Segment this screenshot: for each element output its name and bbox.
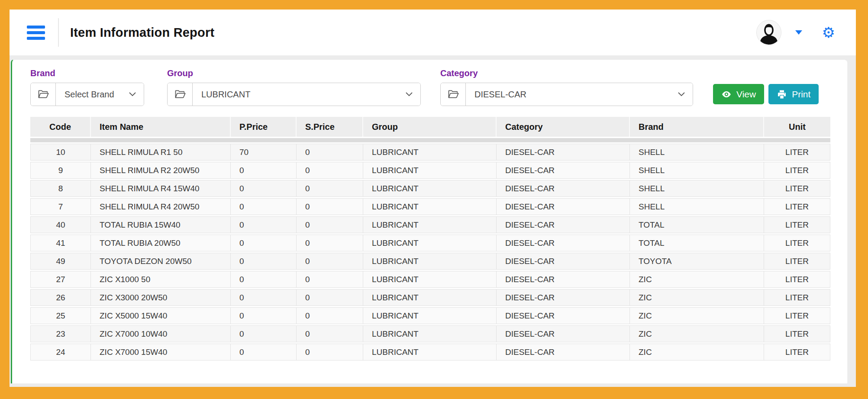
table-cell: ZIC X3000 20W50 [91, 289, 231, 306]
hamburger-menu-icon[interactable] [27, 26, 45, 40]
table-cell: 24 [30, 344, 91, 360]
table-cell: 23 [30, 325, 91, 342]
column-header: Item Name [91, 117, 231, 137]
table-row: 23ZIC X7000 10W4000LUBRICANTDIESEL-CARZI… [30, 325, 830, 342]
action-buttons: View Print [713, 84, 819, 104]
table-cell: 27 [30, 271, 91, 288]
table-cell: LUBRICANT [363, 180, 497, 197]
table-cell: 0 [231, 325, 297, 342]
table-cell: LITER [764, 198, 830, 215]
table-cell: ZIC X7000 15W40 [91, 344, 231, 360]
print-button-label: Print [792, 89, 810, 100]
group-select-value: LUBRICANT [201, 90, 250, 100]
table-cell: 49 [30, 253, 91, 270]
table-cell: 0 [231, 289, 297, 306]
table-cell: LUBRICANT [363, 162, 497, 179]
table-cell: DIESEL-CAR [497, 216, 630, 233]
category-label: Category [440, 68, 693, 78]
table-cell: 0 [297, 271, 363, 288]
table-cell: ZIC X1000 50 [91, 271, 231, 288]
page-background: Item Information Report ⚙ Brand [10, 10, 856, 387]
table-cell: DIESEL-CAR [497, 271, 630, 288]
table-cell: ZIC [630, 289, 764, 306]
table-cell: TOYOTA DEZON 20W50 [91, 253, 231, 270]
printer-icon [777, 89, 787, 100]
category-select-value: DIESEL-CAR [474, 90, 526, 100]
table-cell: SHELL RIMULA R4 15W40 [91, 180, 231, 197]
table-cell: 0 [297, 307, 363, 324]
table-cell: 0 [297, 198, 363, 215]
table-cell: 0 [231, 253, 297, 270]
table-row: 8SHELL RIMULA R4 15W4000LUBRICANTDIESEL-… [30, 180, 830, 197]
brand-select[interactable]: Select Brand [56, 83, 144, 106]
table-cell: LITER [764, 344, 830, 360]
table-row: 25ZIC X5000 15W4000LUBRICANTDIESEL-CARZI… [30, 307, 830, 324]
table-row: 41TOTAL RUBIA 20W5000LUBRICANTDIESEL-CAR… [30, 235, 830, 251]
report-card: Brand Select Brand [11, 59, 848, 383]
user-avatar[interactable] [756, 20, 781, 45]
table-cell: LUBRICANT [363, 307, 497, 324]
table-cell: 8 [30, 180, 91, 197]
caret-down-icon[interactable] [795, 30, 802, 35]
brand-control: Select Brand [30, 83, 144, 106]
table-cell: ZIC [630, 325, 764, 342]
table-cell: DIESEL-CAR [497, 162, 630, 179]
table-cell: DIESEL-CAR [497, 235, 630, 251]
category-select[interactable]: DIESEL-CAR [466, 83, 693, 106]
table-cell: LUBRICANT [363, 235, 497, 251]
column-header: Group [363, 117, 497, 137]
table-cell: LUBRICANT [363, 289, 497, 306]
table-cell: 0 [231, 180, 297, 197]
table-cell: 0 [297, 325, 363, 342]
eye-icon [721, 89, 732, 100]
category-filter: Category DIESEL-CAR [440, 68, 693, 106]
table-cell: LUBRICANT [363, 325, 497, 342]
table-spacer-row [30, 138, 830, 142]
table-cell: DIESEL-CAR [497, 344, 630, 360]
table-cell: DIESEL-CAR [497, 198, 630, 215]
table-row: 26ZIC X3000 20W5000LUBRICANTDIESEL-CARZI… [30, 289, 830, 306]
table-cell: 70 [231, 144, 297, 161]
table-cell: 26 [30, 289, 91, 306]
table-cell: LITER [764, 289, 830, 306]
view-button-label: View [736, 89, 756, 100]
table-cell: 0 [297, 144, 363, 161]
column-header: P.Price [231, 117, 297, 137]
table-cell: ZIC [630, 307, 764, 324]
table-cell: LUBRICANT [363, 198, 497, 215]
table-cell: DIESEL-CAR [497, 144, 630, 161]
table-cell: SHELL [630, 198, 764, 215]
table-body: 10SHELL RIMULA R1 50700LUBRICANTDIESEL-C… [30, 144, 830, 360]
table-cell: LITER [764, 144, 830, 161]
table-cell: ZIC [630, 344, 764, 360]
table-cell: LITER [764, 235, 830, 251]
table-cell: 10 [30, 144, 91, 161]
page-title: Item Information Report [70, 26, 214, 40]
table-cell: 0 [297, 162, 363, 179]
table-cell: ZIC X7000 10W40 [91, 325, 231, 342]
table-cell: 0 [297, 344, 363, 360]
table-cell: DIESEL-CAR [497, 307, 630, 324]
table-row: 27ZIC X1000 5000LUBRICANTDIESEL-CARZICLI… [30, 271, 830, 288]
table-cell: TOTAL [630, 235, 764, 251]
open-folder-icon [441, 83, 466, 106]
category-control: DIESEL-CAR [440, 83, 693, 106]
table-cell: 0 [231, 344, 297, 360]
print-button[interactable]: Print [768, 84, 819, 104]
filter-bar: Brand Select Brand [30, 68, 831, 106]
gear-icon[interactable]: ⚙ [822, 25, 835, 40]
table-cell: TOTAL [630, 216, 764, 233]
table-cell: TOTAL RUBIA 15W40 [91, 216, 231, 233]
table-cell: DIESEL-CAR [497, 180, 630, 197]
table-cell: 0 [297, 180, 363, 197]
table-cell: LUBRICANT [363, 216, 497, 233]
group-select[interactable]: LUBRICANT [193, 83, 420, 106]
table-cell: 0 [231, 271, 297, 288]
top-right-actions: ⚙ [756, 20, 843, 45]
table-cell: LITER [764, 325, 830, 342]
view-button[interactable]: View [713, 84, 764, 104]
group-label: Group [167, 68, 421, 78]
table-cell: LUBRICANT [363, 144, 497, 161]
table-cell: DIESEL-CAR [497, 253, 630, 270]
table-cell: SHELL RIMULA R1 50 [91, 144, 231, 161]
